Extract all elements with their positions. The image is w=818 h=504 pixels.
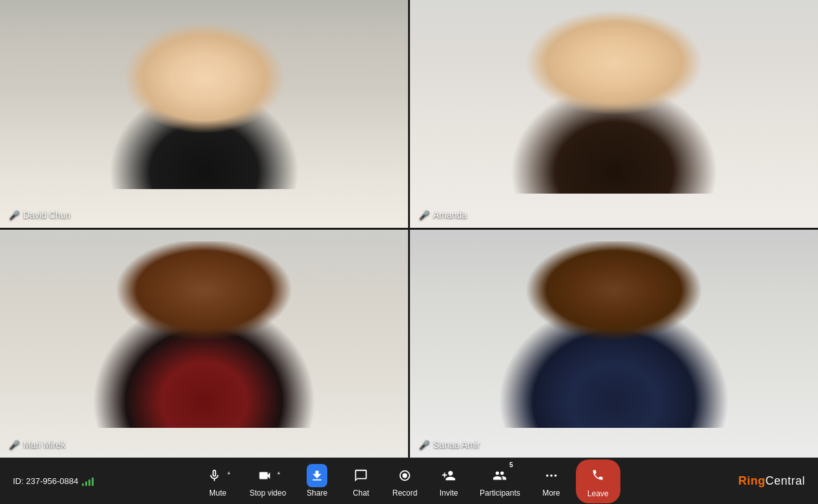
video-arrow-icon[interactable]: ▲ — [276, 470, 281, 476]
participant-label-david: 🎤 David Chun — [9, 210, 70, 220]
toolbar-right: RingCentral — [689, 474, 805, 488]
mic-icon-sanaa: 🎤 — [419, 440, 429, 450]
video-tile-amanda: 🎤 Amanda — [410, 0, 818, 228]
record-button[interactable]: Record — [385, 461, 424, 501]
toolbar: ID: 237-956-0884 ▲ Mute — [0, 458, 818, 504]
svg-point-1 — [402, 473, 407, 478]
record-icon — [394, 465, 415, 486]
participant-label-amanda: 🎤 Amanda — [419, 210, 467, 220]
invite-icon — [438, 465, 459, 486]
leave-label: Leave — [588, 489, 609, 498]
brand-ring: Ring — [738, 474, 765, 487]
share-icon — [307, 465, 327, 486]
video-tile-sanaa: 🎤 Sanaa Amir — [410, 230, 818, 458]
signal-strength-icon — [82, 477, 94, 486]
participant-label-mari: 🎤 Mari Mirek — [9, 439, 65, 450]
svg-point-2 — [546, 474, 549, 477]
more-button[interactable]: More — [532, 461, 571, 501]
mute-arrow-icon[interactable]: ▲ — [226, 470, 231, 476]
mute-button[interactable]: ▲ Mute — [198, 461, 238, 501]
record-label: Record — [393, 489, 418, 498]
video-tile-david: 🎤 David Chun — [0, 0, 408, 228]
participants-icon: 5 — [489, 465, 510, 486]
more-icon — [541, 465, 562, 486]
leave-icon — [588, 465, 608, 485]
stop-video-label: Stop video — [249, 489, 286, 498]
video-tile-mari: 🎤 Mari Mirek — [0, 230, 408, 458]
invite-button[interactable]: Invite — [429, 461, 468, 501]
svg-point-4 — [554, 474, 557, 477]
mic-icon-amanda: 🎤 — [419, 210, 429, 220]
toolbar-controls: ▲ Mute ▲ Stop video Share — [129, 459, 689, 503]
invite-label: Invite — [440, 489, 458, 498]
brand-central: Central — [765, 474, 805, 487]
leave-button[interactable]: Leave — [576, 459, 620, 503]
participants-button[interactable]: 5 Participants — [473, 461, 527, 501]
mute-label: Mute — [209, 489, 227, 498]
brand-logo: RingCentral — [738, 474, 805, 488]
chat-icon — [351, 465, 371, 486]
svg-point-3 — [550, 474, 553, 477]
mute-icon — [204, 465, 225, 486]
video-grid: 🎤 David Chun 🎤 Amanda 🎤 Mari Mirek 🎤 San… — [0, 0, 818, 458]
chat-button[interactable]: Chat — [342, 461, 380, 501]
mic-icon-mari: 🎤 — [9, 440, 19, 450]
chat-label: Chat — [353, 489, 369, 498]
share-button[interactable]: Share — [298, 461, 336, 501]
video-icon — [254, 465, 275, 486]
meeting-id-text: ID: 237-956-0884 — [13, 476, 78, 486]
stop-video-button[interactable]: ▲ Stop video — [243, 461, 292, 501]
participants-count-badge: 5 — [509, 461, 513, 469]
mic-icon-david: 🎤 — [9, 210, 19, 220]
meeting-id-area: ID: 237-956-0884 — [13, 476, 129, 486]
more-label: More — [542, 489, 560, 498]
share-label: Share — [307, 489, 327, 498]
participant-label-sanaa: 🎤 Sanaa Amir — [419, 439, 480, 450]
participants-label: Participants — [480, 489, 520, 498]
